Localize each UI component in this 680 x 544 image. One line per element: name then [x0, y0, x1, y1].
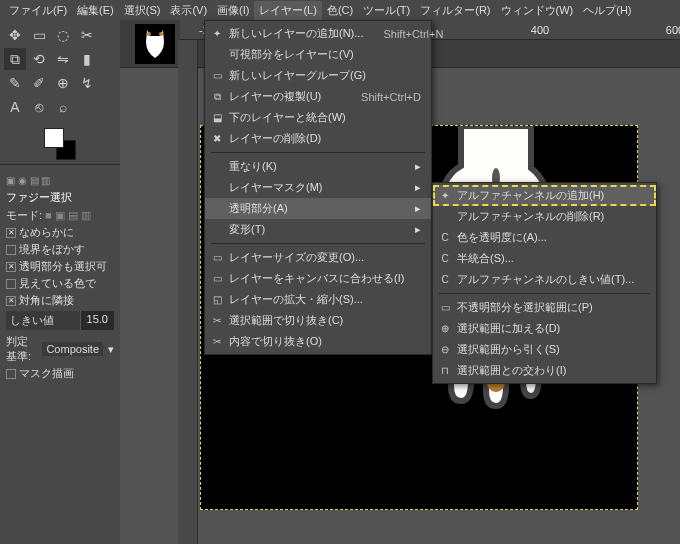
- text-tool[interactable]: A: [4, 96, 26, 118]
- menu-label: 重なり(K): [229, 159, 277, 174]
- image-thumbnail[interactable]: [135, 24, 175, 64]
- option-checkbox[interactable]: ✕対角に隣接: [6, 292, 114, 309]
- menu-item[interactable]: ⊓選択範囲との交わり(I): [433, 360, 656, 381]
- menu-label: 半統合(S)...: [457, 251, 514, 266]
- menu-item[interactable]: ▭不透明部分を選択範囲に(P): [433, 297, 656, 318]
- menu-icon: ⊖: [438, 344, 452, 355]
- menu-item[interactable]: ✂内容で切り抜き(O): [205, 331, 431, 352]
- menu-item[interactable]: ✦新しいレイヤーの追加(N)...Shift+Ctrl+N: [205, 23, 431, 44]
- menu-item[interactable]: 可視部分をレイヤーに(V): [205, 44, 431, 65]
- menu-3[interactable]: 表示(V): [165, 1, 212, 20]
- menu-item[interactable]: ⧉レイヤーの複製(U)Shift+Ctrl+D: [205, 86, 431, 107]
- menu-label: 新しいレイヤーの追加(N)...: [229, 26, 363, 41]
- option-checkbox[interactable]: 見えている色で: [6, 275, 114, 292]
- menu-label: レイヤーサイズの変更(O)...: [229, 250, 364, 265]
- menu-5[interactable]: レイヤー(L): [254, 1, 321, 20]
- menu-label: 可視部分をレイヤーに(V): [229, 47, 354, 62]
- submenu-arrow-icon: ▸: [395, 223, 421, 236]
- menu-label: レイヤーの複製(U): [229, 89, 321, 104]
- menu-icon: ▭: [210, 273, 224, 284]
- criteria-select[interactable]: Composite: [42, 342, 103, 356]
- menu-6[interactable]: 色(C): [322, 1, 358, 20]
- svg-point-0: [147, 32, 151, 36]
- menu-item[interactable]: C色を透明度に(A)...: [433, 227, 656, 248]
- menu-label: アルファチャンネルのしきい値(T)...: [457, 272, 634, 287]
- ruler-vertical: [178, 40, 198, 544]
- mask-checkbox[interactable]: マスク描画: [19, 366, 74, 381]
- menu-item: ⬓下のレイヤーと統合(W): [205, 107, 431, 128]
- fuzzy-select-tool[interactable]: ⧉: [4, 48, 26, 70]
- menu-label: 下のレイヤーと統合(W): [229, 110, 346, 125]
- menu-8[interactable]: フィルター(R): [415, 1, 495, 20]
- menu-10[interactable]: ヘルプ(H): [578, 1, 636, 20]
- menu-item: C半統合(S)...: [433, 248, 656, 269]
- toolbox-panel: ✥ ▭ ◌ ✂ ⧉ ⟲ ⇋ ▮ ✎ ✐ ⊕ ↯ A ⎋ ⌕ ▣ ◉ ▤ ▥ ファ…: [0, 20, 120, 544]
- svg-point-1: [159, 32, 163, 36]
- menu-4[interactable]: 画像(I): [212, 1, 254, 20]
- threshold-input[interactable]: しきい値 15.0: [6, 311, 114, 330]
- menu-icon: ▭: [438, 302, 452, 313]
- menu-label: 選択範囲から引く(S): [457, 342, 560, 357]
- menu-label: 透明部分(A): [229, 201, 288, 216]
- menu-item[interactable]: ▭レイヤーをキャンバスに合わせる(I): [205, 268, 431, 289]
- pencil-tool[interactable]: ✐: [28, 72, 50, 94]
- menu-label: アルファチャンネルの削除(R): [457, 209, 604, 224]
- menu-1[interactable]: 編集(E): [72, 1, 119, 20]
- menu-2[interactable]: 選択(S): [119, 1, 166, 20]
- color-picker-tool[interactable]: ⎋: [28, 96, 50, 118]
- shortcut: Shift+Ctrl+N: [363, 28, 443, 40]
- menu-item[interactable]: 重なり(K)▸: [205, 156, 431, 177]
- menu-item[interactable]: ◱レイヤーの拡大・縮小(S)...: [205, 289, 431, 310]
- mode-label: モード:: [6, 208, 42, 223]
- menu-icon: ✦: [210, 28, 224, 39]
- layer-menu[interactable]: ✦新しいレイヤーの追加(N)...Shift+Ctrl+N可視部分をレイヤーに(…: [204, 20, 432, 355]
- brush-tool[interactable]: ✎: [4, 72, 26, 94]
- menu-label: 色を透明度に(A)...: [457, 230, 547, 245]
- menu-label: レイヤーの拡大・縮小(S)...: [229, 292, 363, 307]
- transparency-submenu[interactable]: ✦アルファチャンネルの追加(H)アルファチャンネルの削除(R)C色を透明度に(A…: [432, 182, 657, 384]
- menu-0[interactable]: ファイル(F): [4, 1, 72, 20]
- menu-item[interactable]: ▭レイヤーサイズの変更(O)...: [205, 247, 431, 268]
- menu-icon: ✦: [438, 190, 452, 201]
- rotate-tool[interactable]: ⟲: [28, 48, 50, 70]
- menu-label: レイヤーをキャンバスに合わせる(I): [229, 271, 404, 286]
- bucket-tool[interactable]: ▮: [76, 48, 98, 70]
- color-swatch[interactable]: [44, 128, 76, 160]
- menu-item[interactable]: ✦アルファチャンネルの追加(H): [433, 185, 656, 206]
- option-checkbox[interactable]: ✕なめらかに: [6, 224, 114, 241]
- menu-item[interactable]: ▭新しいレイヤーグループ(G): [205, 65, 431, 86]
- zoom-tool[interactable]: ⌕: [52, 96, 74, 118]
- menu-label: レイヤーの削除(D): [229, 131, 321, 146]
- menu-bar[interactable]: ファイル(F)編集(E)選択(S)表示(V)画像(I)レイヤー(L)色(C)ツー…: [0, 0, 680, 20]
- clone-tool[interactable]: ⊕: [52, 72, 74, 94]
- menu-icon: ▭: [210, 252, 224, 263]
- menu-item: アルファチャンネルの削除(R): [433, 206, 656, 227]
- option-checkbox[interactable]: 境界をぼかす: [6, 241, 114, 258]
- option-checkbox[interactable]: ✕透明部分も選択可: [6, 258, 114, 275]
- move-tool[interactable]: ✥: [4, 24, 26, 46]
- tool-grid: ✥ ▭ ◌ ✂ ⧉ ⟲ ⇋ ▮ ✎ ✐ ⊕ ↯ A ⎋ ⌕: [0, 20, 120, 122]
- menu-item[interactable]: ⊕選択範囲に加える(D): [433, 318, 656, 339]
- cut-tool[interactable]: ✂: [76, 24, 98, 46]
- menu-7[interactable]: ツール(T): [358, 1, 415, 20]
- select-tool[interactable]: ◌: [52, 24, 74, 46]
- menu-icon: C: [438, 232, 452, 243]
- menu-item[interactable]: レイヤーマスク(M)▸: [205, 177, 431, 198]
- align-tool[interactable]: ▭: [28, 24, 50, 46]
- menu-item[interactable]: ✖レイヤーの削除(D): [205, 128, 431, 149]
- menu-label: アルファチャンネルの追加(H): [457, 188, 604, 203]
- menu-icon: ⊓: [438, 365, 452, 376]
- path-tool[interactable]: ↯: [76, 72, 98, 94]
- shortcut: Shift+Ctrl+D: [341, 91, 421, 103]
- flip-tool[interactable]: ⇋: [52, 48, 74, 70]
- options-title: ファジー選択: [6, 188, 114, 207]
- menu-item[interactable]: 透明部分(A)▸: [205, 198, 431, 219]
- menu-icon: ◱: [210, 294, 224, 305]
- menu-icon: ⧉: [210, 91, 224, 103]
- foreground-color[interactable]: [44, 128, 64, 148]
- menu-item[interactable]: 変形(T)▸: [205, 219, 431, 240]
- submenu-arrow-icon: ▸: [395, 160, 421, 173]
- submenu-arrow-icon: ▸: [395, 181, 421, 194]
- menu-9[interactable]: ウィンドウ(W): [496, 1, 579, 20]
- menu-item[interactable]: ⊖選択範囲から引く(S): [433, 339, 656, 360]
